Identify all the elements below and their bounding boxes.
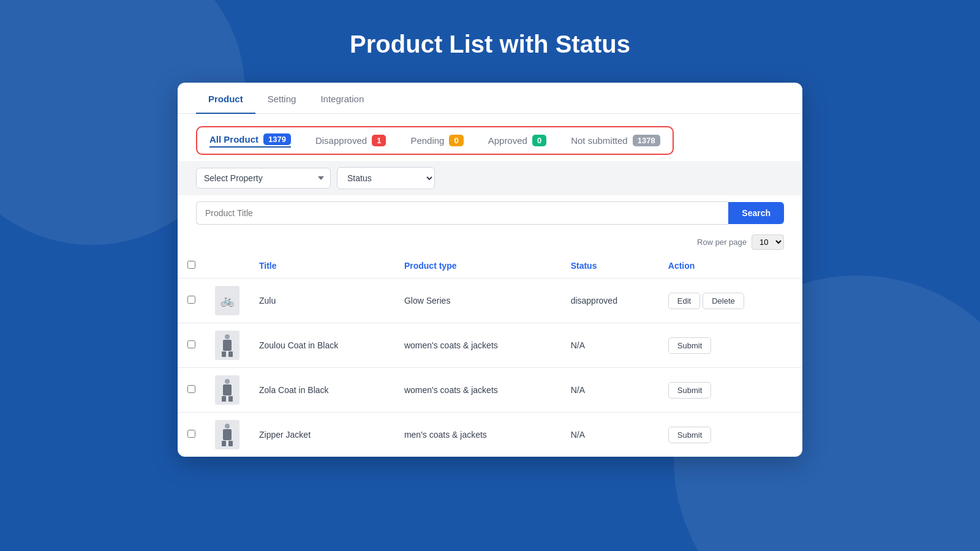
row-status-3: N/A bbox=[561, 413, 658, 457]
filters-row: Select Property Status bbox=[178, 161, 802, 195]
select-property[interactable]: Select Property bbox=[196, 168, 331, 189]
filter-approved-badge: 0 bbox=[532, 135, 546, 146]
row-title-3: Zipper Jacket bbox=[249, 413, 394, 457]
row-action-1: Submit bbox=[658, 323, 802, 368]
row-checkbox-2 bbox=[178, 368, 205, 413]
svg-rect-6 bbox=[222, 396, 226, 402]
svg-rect-11 bbox=[228, 441, 233, 446]
row-product-type-3: men's coats & jackets bbox=[394, 413, 561, 457]
col-action-header: Action bbox=[658, 253, 802, 279]
col-product-type-header: Product type bbox=[394, 253, 561, 279]
col-status-header: Status bbox=[561, 253, 658, 279]
row-title-2: Zola Coat in Black bbox=[249, 368, 394, 413]
svg-rect-7 bbox=[228, 396, 233, 402]
search-input[interactable] bbox=[196, 201, 728, 225]
svg-rect-1 bbox=[223, 340, 232, 351]
row-checkbox-input-2[interactable] bbox=[187, 385, 195, 393]
row-image-1 bbox=[205, 323, 249, 368]
filter-not-submitted-label: Not submitted bbox=[571, 135, 628, 146]
filter-pending-badge: 0 bbox=[449, 135, 463, 146]
col-title-header: Title bbox=[249, 253, 394, 279]
filter-disapproved-label: Disapproved bbox=[315, 135, 367, 146]
row-submit-button-2[interactable]: Submit bbox=[668, 382, 711, 399]
row-product-type-0: Glow Series bbox=[394, 279, 561, 323]
nav-tabs: Product Setting Integration bbox=[178, 83, 802, 114]
page-title: Product List with Status bbox=[0, 0, 980, 83]
row-product-type-2: women's coats & jackets bbox=[394, 368, 561, 413]
row-checkbox-input-1[interactable] bbox=[187, 340, 195, 348]
filter-all-product-badge: 1379 bbox=[263, 133, 291, 145]
product-silhouette-icon bbox=[219, 378, 236, 402]
search-button[interactable]: Search bbox=[728, 202, 784, 224]
filter-disapproved-badge: 1 bbox=[372, 135, 386, 146]
row-title-0: Zulu bbox=[249, 279, 394, 323]
filter-all-product-label: All Product bbox=[209, 134, 258, 144]
row-checkbox-input-3[interactable] bbox=[187, 430, 195, 438]
row-checkbox-3 bbox=[178, 413, 205, 457]
row-status-1: N/A bbox=[561, 323, 658, 368]
filter-approved-label: Approved bbox=[488, 135, 527, 146]
row-action-3: Submit bbox=[658, 413, 802, 457]
row-edit-button-0[interactable]: Edit bbox=[668, 293, 700, 309]
tab-setting[interactable]: Setting bbox=[255, 83, 309, 114]
filter-all-product[interactable]: All Product 1379 bbox=[209, 133, 291, 148]
svg-rect-8 bbox=[225, 424, 230, 429]
row-product-type-1: women's coats & jackets bbox=[394, 323, 561, 368]
product-table: Title Product type Status Action 🚲ZuluGl… bbox=[178, 253, 802, 457]
col-image-header bbox=[205, 253, 249, 279]
svg-rect-10 bbox=[222, 441, 226, 446]
row-title-1: Zoulou Coat in Black bbox=[249, 323, 394, 368]
filter-approved[interactable]: Approved 0 bbox=[488, 135, 546, 146]
row-per-page-row: Row per page 10 20 50 bbox=[178, 231, 802, 253]
row-checkbox-0 bbox=[178, 279, 205, 323]
filter-highlight-box: All Product 1379 Disapproved 1 Pending 0… bbox=[196, 126, 674, 155]
row-image-2 bbox=[205, 368, 249, 413]
table-row: 🚲ZuluGlow SeriesdisapprovedEditDelete bbox=[178, 279, 802, 323]
table-row: Zipper Jacketmen's coats & jacketsN/ASub… bbox=[178, 413, 802, 457]
row-delete-button-0[interactable]: Delete bbox=[703, 293, 744, 309]
table-row: Zola Coat in Blackwomen's coats & jacket… bbox=[178, 368, 802, 413]
table-row: Zoulou Coat in Blackwomen's coats & jack… bbox=[178, 323, 802, 368]
row-status-0: disapproved bbox=[561, 279, 658, 323]
svg-rect-3 bbox=[228, 351, 233, 357]
bike-icon: 🚲 bbox=[221, 294, 234, 307]
row-action-0: EditDelete bbox=[658, 279, 802, 323]
svg-rect-0 bbox=[225, 334, 230, 339]
product-silhouette-icon bbox=[219, 333, 236, 358]
col-checkbox bbox=[178, 253, 205, 279]
svg-rect-5 bbox=[223, 384, 232, 395]
search-row: Search bbox=[178, 195, 802, 231]
filter-pending[interactable]: Pending 0 bbox=[410, 135, 463, 146]
filter-disapproved[interactable]: Disapproved 1 bbox=[315, 135, 386, 146]
main-card: Product Setting Integration All Product … bbox=[178, 83, 802, 457]
table-header-row: Title Product type Status Action bbox=[178, 253, 802, 279]
svg-rect-2 bbox=[222, 351, 226, 357]
row-per-page-select[interactable]: 10 20 50 bbox=[752, 234, 784, 250]
svg-rect-9 bbox=[223, 429, 232, 440]
row-submit-button-3[interactable]: Submit bbox=[668, 427, 711, 443]
status-select[interactable]: Status bbox=[337, 167, 435, 189]
row-checkbox-1 bbox=[178, 323, 205, 368]
filter-not-submitted[interactable]: Not submitted 1378 bbox=[571, 135, 660, 146]
product-silhouette-icon bbox=[219, 422, 236, 447]
filter-pending-label: Pending bbox=[410, 135, 444, 146]
row-per-page-label: Row per page bbox=[697, 238, 747, 247]
filter-section: All Product 1379 Disapproved 1 Pending 0… bbox=[178, 114, 802, 161]
select-all-checkbox[interactable] bbox=[187, 261, 195, 269]
row-status-2: N/A bbox=[561, 368, 658, 413]
tab-product[interactable]: Product bbox=[196, 83, 255, 114]
filter-not-submitted-badge: 1378 bbox=[633, 135, 660, 146]
row-action-2: Submit bbox=[658, 368, 802, 413]
svg-rect-4 bbox=[225, 379, 230, 384]
row-submit-button-1[interactable]: Submit bbox=[668, 337, 711, 354]
row-checkbox-input-0[interactable] bbox=[187, 296, 195, 304]
row-image-0: 🚲 bbox=[205, 279, 249, 323]
row-image-3 bbox=[205, 413, 249, 457]
tab-integration[interactable]: Integration bbox=[308, 83, 376, 114]
